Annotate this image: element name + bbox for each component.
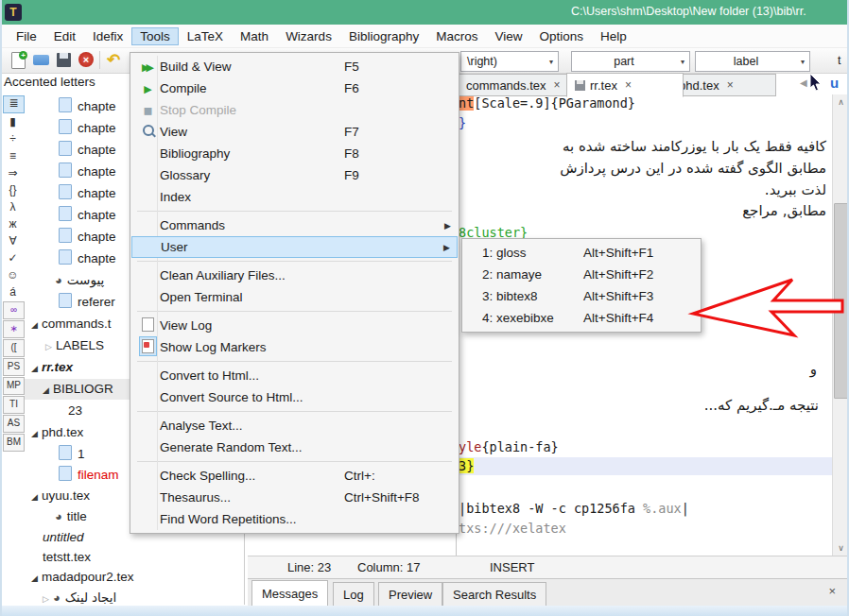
ti-icon[interactable]: TI xyxy=(3,396,25,414)
menuitem-find-word-repetitions[interactable]: Find Word Repetitions... xyxy=(131,508,458,530)
tree-item[interactable]: ▷◕ایجاد لینک xyxy=(25,588,244,605)
editor-code-line[interactable]: yle{plain-fa} xyxy=(459,439,559,454)
bracket-combo[interactable]: \right) ▾ xyxy=(460,51,559,72)
submenu-item-xexebibxe[interactable]: 4: xexebibxeAlt+Shift+F4 xyxy=(462,307,701,329)
bm-icon[interactable]: BM xyxy=(3,434,25,452)
menuitem-bibliography[interactable]: BibliographyF8 xyxy=(131,143,458,164)
menuitem-show-log-markers[interactable]: Show Log Markers xyxy=(131,336,458,358)
tab-commands-tex[interactable]: commands.tex × xyxy=(458,74,581,96)
menuitem-glossary[interactable]: GlossaryF9 xyxy=(131,164,458,186)
submenu-item-gloss[interactable]: 1: glossAlt+Shift+F1 xyxy=(462,242,701,264)
editor-code-line[interactable]: } xyxy=(459,115,466,130)
arrow-icon[interactable]: ⇒ xyxy=(3,165,23,181)
menu-bibliography[interactable]: Bibliography xyxy=(340,27,427,45)
editor-persian-line[interactable]: كافيه فقط يک بار با يوزركامند ساخته شده … xyxy=(563,138,826,155)
menuitem-build-view[interactable]: ▶▶Build & ViewF5 xyxy=(131,56,458,77)
close-document-button[interactable]: × xyxy=(78,51,96,69)
menuitem-index[interactable]: Index xyxy=(131,186,458,208)
menu-file[interactable]: File xyxy=(8,27,45,45)
smiley-icon[interactable]: ☺ xyxy=(3,267,23,283)
menuitem-user[interactable]: User▶ xyxy=(131,236,458,258)
menuitem-check-spelling[interactable]: Check Spelling...Ctrl+: xyxy=(131,465,458,487)
tab-scroll-left-icon[interactable]: ◀ xyxy=(800,77,807,88)
structure-panel-header[interactable]: Accented letters xyxy=(4,75,95,89)
menuitem-commands[interactable]: Commands▶ xyxy=(131,214,458,236)
expander-open-icon[interactable]: ◢ xyxy=(31,573,38,583)
editor-code-line[interactable]: 3} xyxy=(459,458,474,473)
cyrillic-icon[interactable]: ж xyxy=(3,216,23,232)
lines-icon[interactable]: ≡ xyxy=(3,148,23,164)
menuitem-compile[interactable]: ▶CompileF6 xyxy=(131,77,458,99)
as-icon[interactable]: AS xyxy=(3,415,25,433)
expander-open-icon[interactable]: ◢ xyxy=(31,364,38,373)
menu-tools[interactable]: Tools xyxy=(131,27,179,45)
editor-persian-line[interactable]: مطابق, مراجع xyxy=(742,202,826,219)
tab-close-icon[interactable]: × xyxy=(727,78,734,92)
tab-search-results[interactable]: Search Results xyxy=(442,582,546,607)
menuitem-view-log[interactable]: View Log xyxy=(131,315,458,336)
editor-persian-line[interactable]: و xyxy=(810,361,817,378)
save-button[interactable] xyxy=(55,51,74,69)
bracket-icon[interactable]: ([ xyxy=(3,339,25,357)
title-bar[interactable]: T C:\Users\shm\Desktop\New folder (13)\b… xyxy=(0,0,849,25)
editor-code-line[interactable]: txs:///xelatex xyxy=(459,521,566,536)
infinity-icon[interactable]: ∞ xyxy=(3,301,25,319)
tab-close-icon[interactable]: × xyxy=(554,78,561,92)
menu-view[interactable]: View xyxy=(486,27,530,45)
menuitem-analyse-text[interactable]: Analyse Text... xyxy=(131,415,458,436)
bookmark-icon[interactable]: ▮ xyxy=(3,114,23,130)
tree-item[interactable]: ◢madadpour2.tex xyxy=(25,567,244,588)
ps-icon[interactable]: PS xyxy=(3,358,25,376)
forall-icon[interactable]: ∀ xyxy=(3,233,23,249)
tab-messages[interactable]: Messages xyxy=(251,580,328,607)
accent-icon[interactable]: á xyxy=(3,284,23,300)
editor-code-line[interactable]: |bibtex8 -W -c cp1256fa %.aux| xyxy=(459,501,689,516)
expander-open-icon[interactable]: ◢ xyxy=(31,429,38,438)
menuitem-thesaurus[interactable]: Thesaurus...Ctrl+Shift+F8 xyxy=(131,487,458,508)
check-icon[interactable]: ✓ xyxy=(3,250,23,266)
tree-item[interactable]: tetstt.tex xyxy=(25,547,244,568)
expander-closed-icon[interactable]: ▷ xyxy=(43,594,49,604)
reference-combo[interactable]: label ▾ xyxy=(695,51,810,72)
divide-icon[interactable]: ÷ xyxy=(3,131,23,147)
expander-open-icon[interactable]: ◢ xyxy=(31,492,38,502)
menu-help[interactable]: Help xyxy=(592,27,635,45)
menuitem-open-terminal[interactable]: Open Terminal xyxy=(131,286,458,308)
editor-persian-line[interactable]: مطابق الگوی گفته شده در اين درس پردازش xyxy=(560,160,826,177)
expander-open-icon[interactable]: ◢ xyxy=(43,385,49,395)
asterisk-icon[interactable]: ∗ xyxy=(3,320,25,338)
lambda-icon[interactable]: λ xyxy=(3,199,23,215)
expander-open-icon[interactable]: ◢ xyxy=(31,320,38,330)
open-file-button[interactable] xyxy=(32,51,51,69)
sectioning-combo[interactable]: part ▾ xyxy=(571,51,690,72)
editor-persian-line[interactable]: نتيجه مـ.گيريم كه... xyxy=(704,397,819,414)
editor-persian-line[interactable]: لذت ببريد. xyxy=(765,181,826,198)
tab-rr-tex[interactable]: rr.tex × xyxy=(566,73,684,97)
menuitem-generate-random-text[interactable]: Generate Random Text... xyxy=(131,436,458,458)
menuitem-convert-html[interactable]: Convert to Html... xyxy=(131,365,458,386)
menuitem-clean-auxiliary[interactable]: Clean Auxiliary Files... xyxy=(131,265,458,286)
menu-latex[interactable]: LaTeX xyxy=(179,27,232,45)
tab-phd-tex[interactable]: phd.tex × xyxy=(670,74,776,96)
tab-close-icon[interactable]: × xyxy=(625,78,632,92)
menu-wizards[interactable]: Wizards xyxy=(277,27,340,45)
editor-code-line[interactable]: nt[Scale=.9]{PGaramond} xyxy=(459,95,635,111)
menuitem-view[interactable]: ViewF7 xyxy=(131,121,458,143)
menu-idefix[interactable]: Idefix xyxy=(84,27,131,45)
submenu-item-bibtex8[interactable]: 3: bibtex8Alt+Shift+F3 xyxy=(462,285,701,307)
menuitem-convert-source-html[interactable]: Convert Source to Html... xyxy=(131,386,458,408)
menu-macros[interactable]: Macros xyxy=(427,27,486,45)
menu-edit[interactable]: Edit xyxy=(45,27,84,45)
mp-icon[interactable]: MP xyxy=(3,377,25,395)
tab-log[interactable]: Log xyxy=(333,582,374,607)
tab-preview[interactable]: Preview xyxy=(378,582,442,607)
panel-close-icon[interactable]: × xyxy=(828,584,836,598)
new-file-button[interactable]: + xyxy=(9,51,28,69)
menu-options[interactable]: Options xyxy=(530,27,592,45)
menu-math[interactable]: Math xyxy=(232,27,277,45)
undo-button[interactable]: ↶ xyxy=(107,51,126,69)
expander-closed-icon[interactable]: ▷ xyxy=(45,342,52,351)
braces-icon[interactable]: {} xyxy=(3,182,23,198)
structure-icon[interactable]: ≣ xyxy=(3,95,25,113)
submenu-item-namaye[interactable]: 2: namayeAlt+Shift+F2 xyxy=(462,264,701,285)
